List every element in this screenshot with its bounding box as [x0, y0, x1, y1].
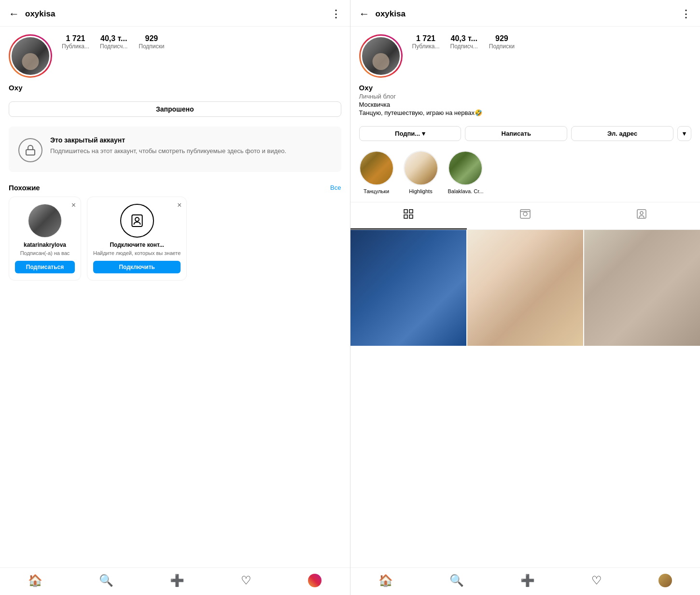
- posts-stat-right[interactable]: 1 721 Публика...: [412, 34, 440, 50]
- subscribe-dropdown-button[interactable]: Подпи... ▾: [359, 126, 462, 141]
- following-label: Подписки: [139, 43, 164, 50]
- grid-icon: [403, 208, 414, 223]
- create-icon: ➕: [170, 574, 184, 587]
- message-button[interactable]: Написать: [465, 126, 567, 141]
- avatar-image-right: [362, 37, 400, 75]
- svg-rect-4: [409, 210, 413, 213]
- highlight-label-highlights: Highlights: [409, 188, 432, 194]
- private-description: Подпишитесь на этот аккаунт, чтобы смотр…: [50, 147, 286, 156]
- followers-label-right: Подписч...: [450, 43, 478, 50]
- svg-point-11: [640, 212, 643, 214]
- private-account-notice: Это закрытый аккаунт Подпишитесь на этот…: [9, 127, 341, 172]
- contact-icon-wrapper: [120, 204, 154, 238]
- bottom-navigation: 🏠 🔍 ➕ ♡: [0, 567, 350, 595]
- similar-section-header: Похожие Все: [0, 177, 350, 197]
- following-count: 929: [145, 34, 158, 43]
- highlight-highlights[interactable]: Highlights: [404, 151, 438, 194]
- bio-category: Личный блог: [359, 93, 692, 100]
- right-header: ← oxykisa ⋮: [350, 0, 700, 27]
- back-button-right[interactable]: ←: [359, 8, 370, 20]
- create-icon-right: ➕: [520, 574, 535, 587]
- highlight-circle-highlights: [404, 151, 438, 185]
- nav-home-right[interactable]: 🏠: [378, 574, 393, 587]
- reels-icon: [519, 208, 531, 223]
- more-menu-button-right[interactable]: ⋮: [681, 8, 691, 20]
- grid-photo-3[interactable]: [584, 230, 700, 346]
- posts-stat[interactable]: 1 721 Публика...: [62, 34, 89, 50]
- highlight-circle-dance: [359, 151, 394, 185]
- connect-button[interactable]: Подключить: [93, 261, 181, 273]
- nav-search[interactable]: 🔍: [99, 574, 113, 587]
- left-header: ← oxykisa ⋮: [0, 0, 350, 27]
- email-button[interactable]: Эл. адрес: [571, 126, 673, 141]
- back-button[interactable]: ←: [9, 8, 19, 20]
- followers-stat[interactable]: 40,3 т... Подписч...: [100, 34, 127, 50]
- grid-photo-2[interactable]: [467, 230, 583, 346]
- avatar-right: [361, 36, 401, 76]
- display-name-section: Оху: [0, 84, 350, 97]
- similar-account-card: × katarinakrylova Подписан(-а) на вас По…: [9, 197, 81, 281]
- private-title: Это закрытый аккаунт: [50, 136, 286, 144]
- following-label-right: Подписки: [489, 43, 515, 50]
- avatar-wrapper-right: [359, 34, 403, 78]
- tab-tagged[interactable]: [584, 202, 700, 229]
- card-sublabel-2: Найдите людей, которых вы знаете: [93, 250, 181, 256]
- bio-line-2: Танцую, путешествую, играю на нервах🤣: [359, 109, 692, 116]
- nav-search-right[interactable]: 🔍: [449, 574, 464, 587]
- highlight-dance[interactable]: Танцульки: [359, 151, 394, 194]
- nav-create-right[interactable]: ➕: [520, 574, 535, 587]
- card-username-2: Подключите конт...: [110, 241, 164, 248]
- stats-row-right: 1 721 Публика... 40,3 т... Подписч... 92…: [412, 34, 692, 50]
- posts-count-right: 1 721: [416, 34, 435, 43]
- svg-rect-10: [637, 210, 646, 218]
- profile-username: oxykisa: [25, 9, 331, 19]
- profile-info-right: 1 721 Публика... 40,3 т... Подписч... 92…: [350, 27, 700, 84]
- similar-title: Похожие: [9, 184, 40, 192]
- nav-profile-right[interactable]: [658, 574, 672, 587]
- search-icon-right: 🔍: [449, 574, 464, 587]
- avatar-wrapper: [9, 34, 52, 78]
- lock-icon: [18, 138, 42, 162]
- highlights-row: Танцульки Highlights Balaklava. Cr...: [350, 146, 700, 202]
- avatar-image: [12, 37, 49, 75]
- right-phone: ← oxykisa ⋮ 1 721 Публика... 40,3 т... П…: [350, 0, 700, 595]
- tab-reels[interactable]: [467, 202, 584, 229]
- highlight-balaklava[interactable]: Balaklava. Cr...: [448, 151, 484, 194]
- posts-label-right: Публика...: [412, 43, 440, 50]
- following-stat-right[interactable]: 929 Подписки: [489, 34, 515, 50]
- posts-count: 1 721: [66, 34, 85, 43]
- more-menu-button[interactable]: ⋮: [331, 8, 341, 20]
- follow-button[interactable]: Подписаться: [15, 261, 75, 273]
- following-stat[interactable]: 929 Подписки: [138, 34, 165, 50]
- nav-likes[interactable]: ♡: [241, 574, 252, 587]
- nav-likes-right[interactable]: ♡: [591, 574, 602, 587]
- tab-grid[interactable]: [350, 202, 467, 229]
- home-icon: 🏠: [28, 574, 42, 587]
- similar-accounts-list: × katarinakrylova Подписан(-а) на вас По…: [0, 197, 350, 288]
- connect-contacts-card: × Подключите конт... Найдите людей, кото…: [87, 197, 187, 281]
- more-options-button[interactable]: ▾: [677, 126, 691, 141]
- followers-stat-right[interactable]: 40,3 т... Подписч...: [450, 34, 478, 50]
- followers-count: 40,3 т...: [100, 34, 127, 43]
- close-card-button[interactable]: ×: [71, 201, 76, 210]
- svg-rect-0: [26, 150, 35, 155]
- heart-icon: ♡: [241, 574, 252, 587]
- see-all-link[interactable]: Все: [330, 184, 341, 191]
- nav-profile[interactable]: [308, 574, 322, 587]
- request-button[interactable]: Запрошено: [9, 101, 341, 117]
- search-icon: 🔍: [99, 574, 113, 587]
- followers-label: Подписч...: [100, 43, 127, 50]
- highlight-label-dance: Танцульки: [364, 188, 389, 194]
- display-name: Оху: [9, 84, 341, 92]
- tagged-icon: [636, 208, 647, 223]
- card-avatar: [28, 204, 62, 238]
- close-card-button-2[interactable]: ×: [177, 201, 182, 210]
- card-avatar-image: [28, 204, 61, 237]
- svg-rect-1: [132, 215, 142, 227]
- grid-photo-1[interactable]: [350, 230, 466, 346]
- highlight-circle-balaklava: [448, 151, 483, 185]
- left-phone: ← oxykisa ⋮ 1 721 Публика... 40,3 т... П…: [0, 0, 350, 595]
- nav-home[interactable]: 🏠: [28, 574, 42, 587]
- nav-create[interactable]: ➕: [170, 574, 184, 587]
- bio-line-1: Москвичка: [359, 101, 692, 108]
